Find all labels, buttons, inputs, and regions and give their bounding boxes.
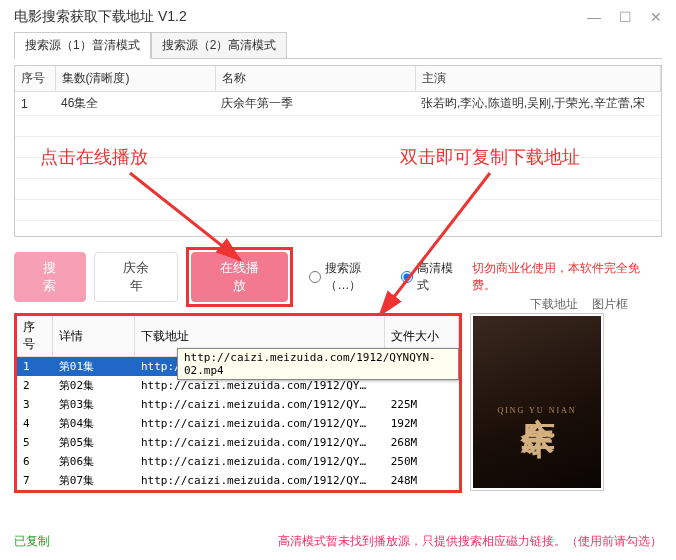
status-hd-warning: 高清模式暂未找到播放源，只提供搜索相应磁力链接。（使用前请勾选）: [278, 533, 662, 550]
dcol-index[interactable]: 序号: [17, 316, 53, 357]
source-tabs: 搜索源（1）普清模式 搜索源（2）高清模式: [14, 32, 662, 59]
radio-hd-label: 高清模式: [417, 260, 464, 294]
poster-frame: 庆余年 QING YU NIAN: [470, 313, 604, 491]
section-download-label: 下载地址: [530, 296, 578, 313]
download-row[interactable]: 1第01集http://caizi.meizuida.com/1912/QY…2…: [17, 357, 459, 377]
commercial-warning: 切勿商业化使用，本软件完全免费。: [472, 260, 662, 294]
table-row[interactable]: [15, 116, 661, 137]
col-cast[interactable]: 主演: [415, 66, 661, 92]
radio-source-label: 搜索源（…）: [325, 260, 396, 294]
dcol-detail[interactable]: 详情: [53, 316, 135, 357]
poster-image: 庆余年 QING YU NIAN: [473, 316, 601, 488]
window-title: 电影搜索获取下载地址 V1.2: [14, 8, 187, 26]
table-row[interactable]: [15, 221, 661, 238]
tab-source-1[interactable]: 搜索源（1）普清模式: [14, 32, 151, 59]
radio-source[interactable]: [309, 271, 321, 283]
dcol-url[interactable]: 下载地址: [135, 316, 385, 357]
download-table-wrap: 序号 详情 下载地址 文件大小 1第01集http://caizi.meizui…: [14, 313, 462, 493]
download-table: 序号 详情 下载地址 文件大小 1第01集http://caizi.meizui…: [17, 316, 459, 493]
search-button[interactable]: 搜索: [14, 252, 86, 302]
titlebar: 电影搜索获取下载地址 V1.2 — ☐ ✕: [0, 0, 676, 30]
close-icon[interactable]: ✕: [650, 9, 662, 25]
download-row[interactable]: 7第07集http://caizi.meizuida.com/1912/QY…2…: [17, 471, 459, 490]
play-highlight: 在线播放: [186, 247, 293, 307]
mode-radios: 搜索源（…） 高清模式: [309, 260, 463, 294]
window-buttons: — ☐ ✕: [587, 9, 662, 25]
section-picture-label: 图片框: [592, 296, 628, 313]
tab-source-2[interactable]: 搜索源（2）高清模式: [151, 32, 288, 58]
download-row[interactable]: 5第05集http://caizi.meizuida.com/1912/QY…2…: [17, 433, 459, 452]
dcol-size[interactable]: 文件大小: [385, 316, 459, 357]
results-table: 序号 集数(清晰度) 名称 主演 146集全庆余年第一季张若昀,李沁,陈道明,吴…: [14, 65, 662, 237]
download-row[interactable]: 2第02集http://caizi.meizuida.com/1912/QY…: [17, 376, 459, 395]
download-row[interactable]: 6第06集http://caizi.meizuida.com/1912/QY…2…: [17, 452, 459, 471]
poster-title: 庆余年: [520, 390, 554, 402]
table-row[interactable]: 146集全庆余年第一季张若昀,李沁,陈道明,吴刚,于荣光,辛芷蕾,宋: [15, 92, 661, 116]
table-row[interactable]: [15, 158, 661, 179]
maximize-icon[interactable]: ☐: [619, 9, 632, 25]
status-copied: 已复制: [14, 533, 50, 550]
lower-area: 序号 详情 下载地址 文件大小 1第01集http://caizi.meizui…: [14, 313, 662, 493]
col-episodes[interactable]: 集数(清晰度): [55, 66, 215, 92]
table-row[interactable]: [15, 179, 661, 200]
table-row[interactable]: [15, 137, 661, 158]
download-row[interactable]: 8第08集http://caizi.meizuida.com/1912/QY…2…: [17, 490, 459, 493]
minimize-icon[interactable]: —: [587, 9, 601, 25]
poster-subtitle: QING YU NIAN: [497, 406, 576, 415]
download-row[interactable]: 3第03集http://caizi.meizuida.com/1912/QY…2…: [17, 395, 459, 414]
col-name[interactable]: 名称: [215, 66, 415, 92]
download-row[interactable]: 4第04集http://caizi.meizuida.com/1912/QY…1…: [17, 414, 459, 433]
keyword-button[interactable]: 庆余年: [94, 252, 179, 302]
table-row[interactable]: [15, 200, 661, 221]
col-index[interactable]: 序号: [15, 66, 55, 92]
statusbar: 已复制 高清模式暂未找到播放源，只提供搜索相应磁力链接。（使用前请勾选）: [0, 529, 676, 554]
radio-hd[interactable]: [401, 271, 413, 283]
play-online-button[interactable]: 在线播放: [191, 252, 288, 302]
